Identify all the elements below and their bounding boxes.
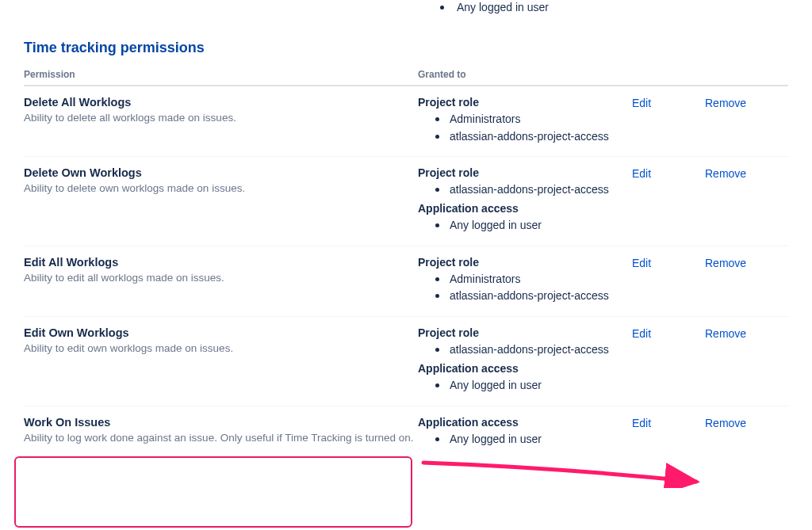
grant-item: atlassian-addons-project-access [418, 341, 632, 359]
table-row: Work On IssuesAbility to log work done a… [24, 406, 788, 459]
permissions-table: Permission Granted to Delete All Worklog… [24, 69, 788, 459]
table-row: Delete All WorklogsAbility to delete all… [24, 86, 788, 157]
permission-description: Ability to delete all worklogs made on i… [24, 110, 418, 126]
permission-cell: Delete Own WorklogsAbility to delete own… [24, 166, 418, 237]
table-header: Permission Granted to [24, 69, 788, 86]
permission-description: Ability to edit own worklogs made on iss… [24, 341, 418, 357]
grant-list: Administratorsatlassian-addons-project-a… [418, 111, 632, 145]
table-row: Edit All WorklogsAbility to edit all wor… [24, 246, 788, 317]
remove-button[interactable]: Remove [705, 417, 746, 429]
permission-cell: Edit Own WorklogsAbility to edit own wor… [24, 326, 418, 397]
grant-list: atlassian-addons-project-access [418, 181, 632, 199]
remove-button[interactable]: Remove [705, 327, 746, 340]
permission-name: Delete Own Worklogs [24, 166, 418, 179]
previous-item-text: Any logged in user [457, 1, 549, 13]
remove-cell: Remove [705, 416, 784, 452]
grant-type-label: Project role [418, 326, 632, 339]
granted-to-cell: Project roleatlassian-addons-project-acc… [418, 166, 632, 237]
grant-type-label: Application access [418, 416, 632, 429]
grant-item: Administrators [418, 111, 632, 128]
grant-list: Any logged in user [418, 431, 632, 448]
permission-name: Edit All Worklogs [24, 256, 418, 269]
remove-cell: Remove [705, 96, 784, 148]
permission-description: Ability to delete own worklogs made on i… [24, 181, 418, 196]
edit-cell: Edit [632, 96, 705, 148]
grant-list: Any logged in user [418, 217, 632, 234]
grant-group: Application accessAny logged in user [418, 362, 632, 395]
edit-cell: Edit [632, 256, 705, 308]
table-row: Delete Own WorklogsAbility to delete own… [24, 157, 788, 246]
grant-type-label: Application access [418, 202, 632, 215]
grant-group: Application accessAny logged in user [418, 416, 632, 448]
header-permission: Permission [24, 69, 418, 80]
grant-list: atlassian-addons-project-access [418, 341, 632, 359]
granted-to-cell: Project roleAdministratorsatlassian-addo… [418, 256, 632, 308]
grant-item: Any logged in user [418, 377, 632, 395]
edit-button[interactable]: Edit [632, 257, 651, 269]
remove-cell: Remove [705, 166, 784, 237]
grant-type-label: Project role [418, 166, 632, 179]
grant-list: Any logged in user [418, 377, 632, 395]
edit-cell: Edit [632, 326, 705, 397]
permission-cell: Work On IssuesAbility to log work done a… [24, 416, 418, 452]
permission-name: Delete All Worklogs [24, 96, 418, 109]
permission-cell: Delete All WorklogsAbility to delete all… [24, 96, 418, 148]
previous-section-last-item: Any logged in user [440, 1, 549, 13]
grant-group: Application accessAny logged in user [418, 202, 632, 234]
edit-cell: Edit [632, 166, 705, 237]
bullet-icon [440, 6, 444, 10]
grant-type-label: Application access [418, 362, 632, 375]
permission-cell: Edit All WorklogsAbility to edit all wor… [24, 256, 418, 308]
grant-group: Project roleAdministratorsatlassian-addo… [418, 256, 632, 305]
permission-name: Work On Issues [24, 416, 418, 429]
annotation-highlight [14, 456, 412, 528]
table-row: Edit Own WorklogsAbility to edit own wor… [24, 317, 788, 406]
grant-list: Administratorsatlassian-addons-project-a… [418, 271, 632, 305]
remove-cell: Remove [705, 256, 784, 308]
grant-group: Project roleatlassian-addons-project-acc… [418, 166, 632, 199]
edit-button[interactable]: Edit [632, 327, 651, 340]
remove-button[interactable]: Remove [705, 97, 746, 109]
grant-type-label: Project role [418, 96, 632, 109]
grant-item: Any logged in user [418, 431, 632, 448]
header-granted-to: Granted to [418, 69, 632, 80]
permission-description: Ability to log work done against an issu… [24, 430, 418, 446]
granted-to-cell: Project roleatlassian-addons-project-acc… [418, 326, 632, 397]
grant-item: atlassian-addons-project-access [418, 181, 632, 199]
time-tracking-section: Time tracking permissions Permission Gra… [0, 40, 812, 459]
section-title: Time tracking permissions [24, 40, 788, 56]
remove-button[interactable]: Remove [705, 167, 746, 180]
edit-button[interactable]: Edit [632, 167, 651, 180]
granted-to-cell: Project roleAdministratorsatlassian-addo… [418, 96, 632, 148]
grant-item: atlassian-addons-project-access [418, 288, 632, 305]
edit-button[interactable]: Edit [632, 97, 651, 109]
grant-group: Project roleatlassian-addons-project-acc… [418, 326, 632, 359]
permission-name: Edit Own Worklogs [24, 326, 418, 339]
edit-button[interactable]: Edit [632, 417, 651, 429]
remove-cell: Remove [705, 326, 784, 397]
grant-item: atlassian-addons-project-access [418, 128, 632, 146]
edit-cell: Edit [632, 416, 705, 452]
grant-item: Any logged in user [418, 217, 632, 234]
grant-group: Project roleAdministratorsatlassian-addo… [418, 96, 632, 145]
grant-type-label: Project role [418, 256, 632, 269]
grant-item: Administrators [418, 271, 632, 288]
granted-to-cell: Application accessAny logged in user [418, 416, 632, 452]
permission-description: Ability to edit all worklogs made on iss… [24, 270, 418, 286]
remove-button[interactable]: Remove [705, 257, 746, 269]
